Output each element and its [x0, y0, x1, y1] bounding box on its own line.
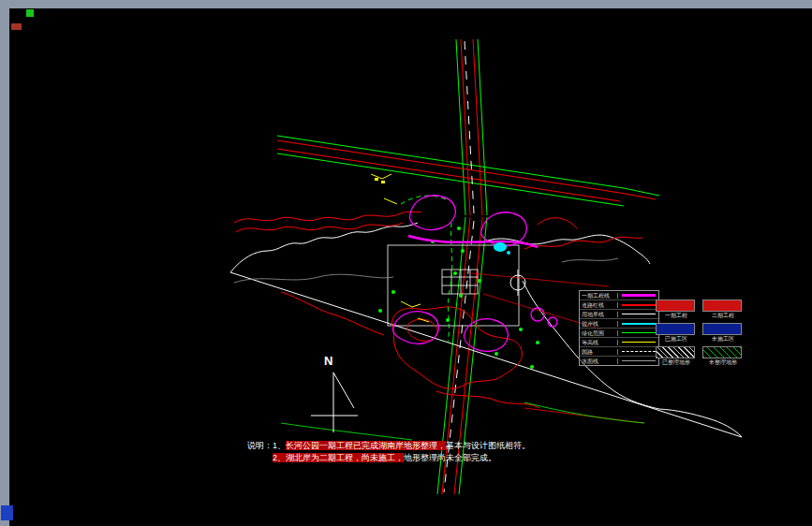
legend-row: 用地界线 — [580, 309, 658, 318]
note-text: 说明：1、 — [247, 441, 286, 450]
note-text: 地形整理尚未全部完成。 — [404, 453, 496, 462]
swatch-label: 未整理地形 — [702, 359, 744, 366]
swatch-label: 已施工区 — [656, 336, 697, 343]
note-line-2: 2、湖北岸为二期工程，尚未施工，地形整理尚未全部完成。 — [247, 452, 530, 464]
legend-row-label: 园路 — [580, 349, 618, 355]
legend-row-label: 水面线 — [580, 358, 618, 364]
note-text-highlight: 长河公园一期工程已完成湖南岸地形整理， — [286, 441, 446, 450]
legend-row-label: 一期工程线 — [580, 293, 618, 299]
legend-line-sample-red — [618, 304, 658, 306]
legend-line-sample-magenta — [618, 294, 658, 297]
legend-swatch: 未整理地形 — [702, 346, 744, 366]
legend-swatches: 一期工程 二期工程 已施工区 未施工区 已整理地形 未整理地形 — [656, 300, 744, 370]
legend-line-sample-dashed — [618, 351, 658, 352]
legend-line-sample-cyan — [618, 323, 658, 325]
swatch-red-2 — [702, 300, 742, 312]
swatch-label: 未施工区 — [702, 336, 744, 343]
legend-row: 水面线 — [580, 356, 658, 365]
legend-swatch: 一期工程 — [656, 300, 697, 319]
cad-viewport: { "palette": { "frame": "#8d99a8", "canv… — [0, 0, 812, 526]
legend-line-sample-yellow — [618, 342, 658, 343]
taskbar-fragment — [1, 505, 13, 520]
app-icon-red — [11, 23, 22, 30]
swatch-red-1 — [656, 300, 695, 312]
swatch-hatch-green — [702, 346, 742, 358]
legend-row: 一期工程线 — [580, 291, 658, 300]
swatch-navy-2 — [702, 323, 742, 335]
note-line-1: 说明：1、长河公园一期工程已完成湖南岸地形整理，基本与设计图纸相符。 — [247, 440, 530, 452]
legend-row: 道路红线 — [580, 300, 658, 309]
legend-row: 绿化范围 — [580, 328, 658, 337]
legend-swatch: 未施工区 — [702, 323, 744, 343]
legend-row-label: 用地界线 — [580, 312, 618, 317]
legend-row: 等高线 — [580, 337, 658, 346]
legend-line-sample-white — [618, 314, 658, 314]
note-text-highlight: 2、湖北岸为二期工程，尚未施工， — [273, 453, 404, 462]
legend-swatch: 已施工区 — [656, 323, 697, 343]
swatch-hatch-white — [656, 346, 695, 358]
swatch-label: 一期工程 — [656, 313, 697, 319]
swatch-label: 已整理地形 — [656, 359, 697, 366]
legend-swatch: 已整理地形 — [656, 346, 697, 366]
legend-line-sample-green — [618, 332, 658, 333]
legend-row-label: 驳岸线 — [580, 321, 618, 327]
swatch-label: 二期工程 — [702, 313, 744, 319]
legend-row: 驳岸线 — [580, 318, 658, 328]
swatch-navy-1 — [656, 323, 695, 335]
north-arrow-label: N — [324, 354, 332, 368]
notes-block: 说明：1、长河公园一期工程已完成湖南岸地形整理，基本与设计图纸相符。 2、湖北岸… — [247, 440, 530, 464]
app-icon-green — [26, 9, 34, 17]
legend-swatch: 二期工程 — [702, 300, 744, 319]
legend-table: 一期工程线 道路红线 用地界线 驳岸线 绿化范围 等高线 园路 水面线 — [579, 290, 659, 366]
legend-line-sample-gray — [618, 360, 658, 361]
note-text: 基本与设计图纸相符。 — [446, 441, 530, 450]
legend-row-label: 道路红线 — [580, 302, 618, 308]
legend-row-label: 等高线 — [580, 340, 618, 345]
legend-row-label: 绿化范围 — [580, 330, 618, 336]
legend-row: 园路 — [580, 346, 658, 356]
